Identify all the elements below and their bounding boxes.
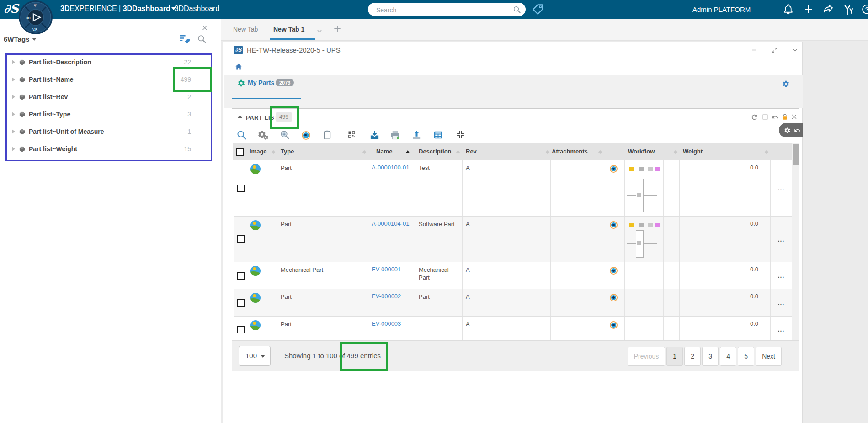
widget-expand-icon[interactable] [771,47,778,53]
sidebar-tag-item[interactable]: Part list~Unit of Measure 1 [5,123,209,140]
sidebar-title[interactable]: 6WTags [4,35,37,43]
row-checkbox[interactable] [237,235,245,243]
clipboard-icon[interactable] [322,130,332,140]
table-row[interactable]: Part EV-000003 A 0.0 ... [234,317,792,343]
subscription-eye-icon[interactable] [610,267,618,275]
tab-menu-chevron-icon[interactable] [316,28,323,34]
home-icon[interactable] [234,63,243,71]
table-scrollbar[interactable] [792,143,799,340]
column-header-image[interactable]: Image [250,148,267,155]
search-icon[interactable] [513,5,521,14]
sort-icon[interactable] [674,150,677,154]
help-icon[interactable] [861,4,868,15]
layout-grid-icon[interactable] [347,130,357,139]
part-name-link[interactable]: A-0000100-01 [372,164,409,171]
search-input[interactable] [375,5,505,15]
expander-icon[interactable] [12,95,15,99]
part-thumbnail-icon[interactable] [250,293,261,303]
global-search[interactable] [368,3,526,16]
table-view-icon[interactable] [433,130,443,140]
row-actions-button[interactable]: ... [778,236,785,243]
expander-icon[interactable] [12,112,15,116]
sidebar-tag-item[interactable]: Part list~Name 499 [5,71,209,88]
table-row[interactable]: Mechanical Part EV-000001 Mechanical Par… [234,262,792,289]
part-thumbnail-icon[interactable] [250,320,261,330]
part-thumbnail-icon[interactable] [250,220,261,230]
add-content-icon[interactable] [803,4,814,15]
sidebar-search-icon[interactable] [197,34,207,44]
page-number-button[interactable]: 1 [666,347,683,366]
zoom-in-icon[interactable] [280,130,290,140]
tab-my-parts[interactable]: My Parts [248,79,274,86]
expander-icon[interactable] [12,77,15,82]
gear-icon[interactable] [784,127,791,134]
refresh-icon[interactable] [751,113,758,121]
sort-ascending-icon[interactable] [405,150,410,153]
sidebar-tag-item[interactable]: Part list~Description 22 [5,53,209,71]
column-header-name[interactable]: Name [376,148,392,155]
search-table-icon[interactable] [236,130,247,140]
filter-tag-icon[interactable] [179,33,190,45]
table-row[interactable]: Part EV-000002 Part A 0.0 ... [234,289,792,317]
widget-menu-chevron-icon[interactable] [792,47,799,53]
row-actions-button[interactable]: ... [778,299,785,307]
subscription-eye-icon[interactable] [610,221,618,229]
part-thumbnail-icon[interactable] [250,164,261,174]
column-header-workflow[interactable]: Workflow [628,148,655,155]
column-header-description[interactable]: Description [419,148,452,155]
part-name-link[interactable]: EV-000001 [372,266,401,273]
dashboard-chevron-down-icon[interactable] [171,7,176,10]
page-size-select[interactable]: 100 [239,346,271,366]
row-actions-button[interactable]: ... [778,185,785,192]
expander-icon[interactable] [12,147,15,151]
tab-new-tab[interactable]: New Tab [233,19,258,40]
page-number-button[interactable]: 2 [684,347,701,366]
widget-minimize-icon[interactable] [751,47,757,53]
row-actions-button[interactable]: ... [778,272,785,279]
download-icon[interactable] [369,130,380,140]
tag-icon[interactable] [532,3,544,16]
3ds-user-icon[interactable] [842,4,854,16]
sidebar-tag-item[interactable]: Part list~Rev 2 [5,88,209,106]
tab-new-tab-1[interactable]: New Tab 1 [273,19,304,40]
row-checkbox[interactable] [237,272,245,280]
part-name-link[interactable]: EV-000003 [372,320,401,327]
widget-settings-gear-icon[interactable] [782,80,790,88]
page-number-button[interactable]: 5 [738,347,754,366]
part-name-link[interactable]: A-0000104-01 [372,220,409,227]
collapse-section-icon[interactable] [237,115,243,118]
page-number-button[interactable]: 3 [702,347,719,366]
row-checkbox[interactable] [237,326,245,333]
column-header-rev[interactable]: Rev [466,148,477,155]
expander-icon[interactable] [12,60,15,64]
part-name-link[interactable]: EV-000002 [372,293,401,300]
subscription-eye-icon[interactable] [610,165,618,173]
part-thumbnail-icon[interactable] [250,266,261,276]
reset-undo-icon[interactable] [794,127,801,134]
visibility-eye-icon[interactable] [302,131,310,140]
previous-page-button[interactable]: Previous [628,347,665,366]
sidebar-tag-item[interactable]: Part list~Type 3 [5,106,209,123]
lock-icon[interactable] [781,113,788,121]
add-tab-icon[interactable] [333,24,342,33]
row-checkbox[interactable] [237,185,245,192]
table-row[interactable]: Part A-0000104-01 Software Part A 0.0 ..… [234,217,792,262]
row-actions-button[interactable]: ... [778,326,785,333]
close-sidebar-icon[interactable] [201,24,208,32]
row-checkbox[interactable] [237,299,245,307]
user-platform-label[interactable]: Admin PLATFORM [692,5,751,13]
column-header-attachments[interactable]: Attachments [552,148,588,155]
upload-icon[interactable] [411,130,422,140]
notifications-bell-icon[interactable] [783,4,794,15]
column-header-type[interactable]: Type [281,148,294,155]
sidebar-tag-item[interactable]: Part list~Weight 15 [5,140,209,158]
scrollbar-thumb[interactable] [793,144,799,165]
share-icon[interactable] [822,4,834,16]
close-panel-icon[interactable] [791,113,798,120]
subscription-eye-icon[interactable] [610,321,618,329]
collapse-columns-icon[interactable] [456,130,465,139]
column-header-weight[interactable]: Weight [683,148,703,155]
undo-icon[interactable] [771,113,779,121]
3dcompass[interactable]: 3D V.R ψ [18,0,53,35]
print-icon[interactable] [390,130,400,140]
